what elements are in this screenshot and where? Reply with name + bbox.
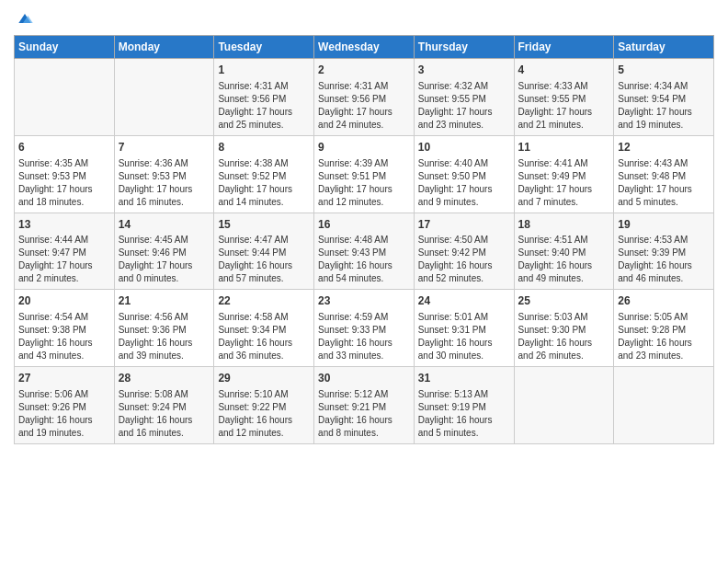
day-number: 25 [518,293,610,309]
calendar-header-row: SundayMondayTuesdayWednesdayThursdayFrid… [15,36,714,59]
day-header-wednesday: Wednesday [314,36,415,59]
day-number: 1 [218,63,310,78]
calendar-week-0: 1Sunrise: 4:31 AMSunset: 9:56 PMDaylight… [15,59,714,136]
day-number: 9 [318,140,410,155]
day-number: 4 [518,63,610,78]
calendar-cell: 17Sunrise: 4:50 AMSunset: 9:42 PMDayligh… [414,213,514,290]
calendar-week-3: 20Sunrise: 4:54 AMSunset: 9:38 PMDayligh… [15,290,714,367]
day-number: 3 [418,63,510,78]
day-number: 17 [418,217,510,233]
day-header-sunday: Sunday [15,36,115,59]
calendar-cell: 3Sunrise: 4:32 AMSunset: 9:55 PMDaylight… [414,59,514,136]
day-info: Sunrise: 5:12 AMSunset: 9:21 PMDaylight:… [318,388,410,440]
calendar-week-1: 6Sunrise: 4:35 AMSunset: 9:53 PMDaylight… [15,135,714,213]
calendar-cell: 28Sunrise: 5:08 AMSunset: 9:24 PMDayligh… [114,367,214,444]
calendar-cell: 22Sunrise: 4:58 AMSunset: 9:34 PMDayligh… [214,290,314,367]
day-number: 29 [218,371,310,386]
day-number: 22 [218,293,310,309]
calendar-cell: 20Sunrise: 4:54 AMSunset: 9:38 PMDayligh… [15,290,115,367]
day-number: 19 [618,217,710,233]
day-info: Sunrise: 4:48 AMSunset: 9:43 PMDaylight:… [318,234,410,285]
calendar-cell: 2Sunrise: 4:31 AMSunset: 9:56 PMDaylight… [314,59,415,136]
calendar-cell [114,59,214,136]
day-info: Sunrise: 4:45 AMSunset: 9:46 PMDaylight:… [119,234,210,285]
day-number: 31 [418,371,510,386]
day-header-monday: Monday [114,36,214,59]
day-info: Sunrise: 4:38 AMSunset: 9:52 PMDaylight:… [218,157,310,209]
day-number: 21 [119,293,210,309]
day-number: 8 [218,140,310,155]
day-number: 23 [318,293,410,309]
page: SundayMondayTuesdayWednesdayThursdayFrid… [0,0,728,563]
calendar-cell: 29Sunrise: 5:10 AMSunset: 9:22 PMDayligh… [214,367,314,444]
day-number: 13 [18,217,110,233]
calendar-cell: 31Sunrise: 5:13 AMSunset: 9:19 PMDayligh… [414,367,514,444]
day-info: Sunrise: 4:35 AMSunset: 9:53 PMDaylight:… [18,157,110,209]
day-info: Sunrise: 4:34 AMSunset: 9:54 PMDaylight:… [618,80,710,132]
day-info: Sunrise: 4:33 AMSunset: 9:55 PMDaylight:… [518,80,610,132]
day-info: Sunrise: 4:41 AMSunset: 9:49 PMDaylight:… [518,157,610,209]
calendar-cell: 7Sunrise: 4:36 AMSunset: 9:53 PMDaylight… [114,135,214,213]
calendar-cell [614,367,714,444]
day-info: Sunrise: 5:08 AMSunset: 9:24 PMDaylight:… [119,388,210,440]
day-header-tuesday: Tuesday [214,36,314,59]
day-info: Sunrise: 4:59 AMSunset: 9:33 PMDaylight:… [318,311,410,362]
header [14,9,714,28]
day-info: Sunrise: 4:39 AMSunset: 9:51 PMDaylight:… [318,157,410,209]
calendar-cell: 6Sunrise: 4:35 AMSunset: 9:53 PMDaylight… [15,135,115,213]
day-info: Sunrise: 4:43 AMSunset: 9:48 PMDaylight:… [618,157,710,209]
calendar-cell: 15Sunrise: 4:47 AMSunset: 9:44 PMDayligh… [214,213,314,290]
day-number: 6 [18,140,110,155]
day-info: Sunrise: 4:47 AMSunset: 9:44 PMDaylight:… [218,234,310,285]
calendar-cell: 5Sunrise: 4:34 AMSunset: 9:54 PMDaylight… [614,59,714,136]
day-number: 2 [318,63,410,78]
calendar-cell [514,367,614,444]
calendar-cell: 21Sunrise: 4:56 AMSunset: 9:36 PMDayligh… [114,290,214,367]
day-info: Sunrise: 5:05 AMSunset: 9:28 PMDaylight:… [618,311,710,362]
day-number: 16 [318,217,410,233]
logo [14,9,34,28]
day-info: Sunrise: 4:50 AMSunset: 9:42 PMDaylight:… [418,234,510,285]
day-info: Sunrise: 4:40 AMSunset: 9:50 PMDaylight:… [418,157,510,209]
calendar-cell: 25Sunrise: 5:03 AMSunset: 9:30 PMDayligh… [514,290,614,367]
day-info: Sunrise: 5:13 AMSunset: 9:19 PMDaylight:… [418,388,510,440]
calendar-cell [15,59,115,136]
day-info: Sunrise: 4:54 AMSunset: 9:38 PMDaylight:… [18,311,110,362]
day-header-thursday: Thursday [414,36,514,59]
day-number: 18 [518,217,610,233]
calendar-cell: 4Sunrise: 4:33 AMSunset: 9:55 PMDaylight… [514,59,614,136]
day-info: Sunrise: 4:31 AMSunset: 9:56 PMDaylight:… [318,80,410,132]
day-header-friday: Friday [514,36,614,59]
calendar-cell: 19Sunrise: 4:53 AMSunset: 9:39 PMDayligh… [614,213,714,290]
day-info: Sunrise: 5:06 AMSunset: 9:26 PMDaylight:… [18,388,110,440]
day-header-saturday: Saturday [614,36,714,59]
calendar-week-2: 13Sunrise: 4:44 AMSunset: 9:47 PMDayligh… [15,213,714,290]
calendar-cell: 14Sunrise: 4:45 AMSunset: 9:46 PMDayligh… [114,213,214,290]
day-info: Sunrise: 4:53 AMSunset: 9:39 PMDaylight:… [618,234,710,285]
calendar-cell: 27Sunrise: 5:06 AMSunset: 9:26 PMDayligh… [15,367,115,444]
calendar-week-4: 27Sunrise: 5:06 AMSunset: 9:26 PMDayligh… [15,367,714,444]
day-info: Sunrise: 4:36 AMSunset: 9:53 PMDaylight:… [119,157,210,209]
day-number: 14 [119,217,210,233]
day-info: Sunrise: 4:44 AMSunset: 9:47 PMDaylight:… [18,234,110,285]
day-number: 5 [618,63,710,78]
calendar-cell: 30Sunrise: 5:12 AMSunset: 9:21 PMDayligh… [314,367,415,444]
calendar-cell: 26Sunrise: 5:05 AMSunset: 9:28 PMDayligh… [614,290,714,367]
day-number: 10 [418,140,510,155]
day-info: Sunrise: 4:51 AMSunset: 9:40 PMDaylight:… [518,234,610,285]
day-number: 7 [119,140,210,155]
day-number: 11 [518,140,610,155]
day-number: 15 [218,217,310,233]
calendar-cell: 24Sunrise: 5:01 AMSunset: 9:31 PMDayligh… [414,290,514,367]
day-info: Sunrise: 5:03 AMSunset: 9:30 PMDaylight:… [518,311,610,362]
day-number: 20 [18,293,110,309]
day-number: 28 [119,371,210,386]
day-info: Sunrise: 4:31 AMSunset: 9:56 PMDaylight:… [218,80,310,132]
logo-icon [16,9,34,28]
day-info: Sunrise: 5:10 AMSunset: 9:22 PMDaylight:… [218,388,310,440]
calendar-cell: 9Sunrise: 4:39 AMSunset: 9:51 PMDaylight… [314,135,415,213]
calendar-cell: 1Sunrise: 4:31 AMSunset: 9:56 PMDaylight… [214,59,314,136]
day-number: 26 [618,293,710,309]
calendar-cell: 18Sunrise: 4:51 AMSunset: 9:40 PMDayligh… [514,213,614,290]
day-number: 12 [618,140,710,155]
